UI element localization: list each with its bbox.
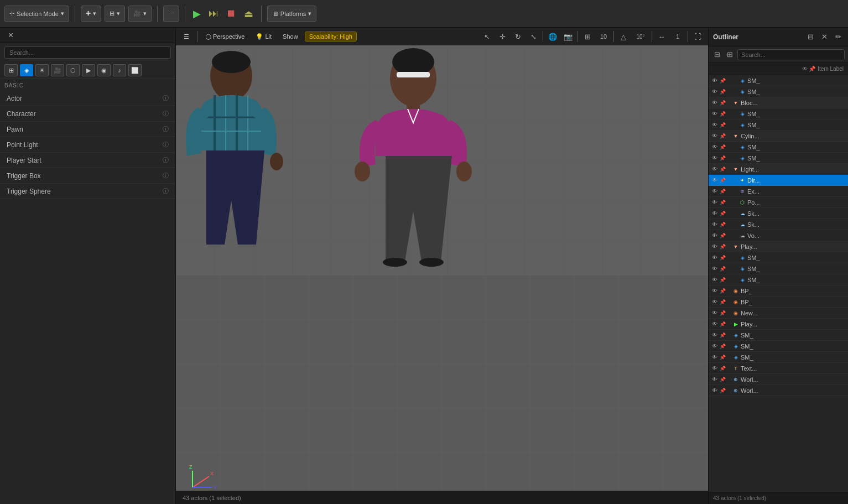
item-pin-icon[interactable]: 📌 — [719, 232, 726, 240]
left-panel-close-button[interactable]: ✕ — [4, 30, 17, 40]
selection-mode-button[interactable]: ⊹ Selection Mode ▾ — [4, 6, 69, 22]
rotation-snap-btn[interactable]: △ — [616, 30, 631, 43]
outliner-item[interactable]: 👁 📌 ▶ Play... — [709, 319, 848, 330]
anim-icon-btn[interactable]: ▶ — [82, 64, 95, 76]
item-visibility-icon[interactable]: 👁 — [711, 199, 719, 206]
grid-size-btn[interactable]: 10 — [596, 30, 611, 43]
outliner-pencil-button[interactable]: ✏ — [833, 32, 844, 42]
item-pin-icon[interactable]: 📌 — [719, 199, 726, 206]
grid-icon-btn[interactable]: ⊞ — [580, 30, 595, 43]
blueprint-icon-btn[interactable]: ◉ — [97, 64, 111, 76]
outliner-filter-button[interactable]: ⊟ — [805, 32, 816, 42]
item-visibility-icon[interactable]: 👁 — [711, 221, 719, 228]
list-item-triggersphere[interactable]: Trigger Sphere ⓘ — [0, 184, 175, 199]
outliner-item[interactable]: 👁 📌 ◈ SM_ — [709, 153, 848, 164]
outliner-item[interactable]: 👁 📌 ◉ BP_ — [709, 285, 848, 297]
camera-icon-btn-vp[interactable]: 📷 — [561, 30, 575, 43]
group-expand-icon[interactable] — [726, 99, 732, 107]
outliner-sort-button[interactable]: ⊟ — [712, 49, 722, 60]
item-visibility-icon[interactable]: 👁 — [711, 276, 719, 284]
item-pin-icon[interactable]: 📌 — [719, 188, 726, 195]
item-visibility-icon[interactable]: 👁 — [711, 309, 719, 317]
item-pin-icon[interactable]: 📌 — [719, 365, 726, 372]
play-button[interactable]: ▶ — [191, 8, 203, 20]
outliner-search-input[interactable] — [737, 49, 845, 60]
triggersphere-info-btn[interactable]: ⓘ — [163, 187, 169, 195]
lit-button[interactable]: 💡 Lit — [251, 32, 276, 42]
item-visibility-icon[interactable]: 👁 — [711, 143, 719, 151]
item-pin-icon[interactable]: 📌 — [719, 331, 726, 339]
outliner-item[interactable]: 👁 📌 ◈ SM_ — [709, 86, 848, 97]
item-visibility-icon[interactable]: 👁 — [711, 232, 719, 240]
group-expand-icon[interactable] — [726, 243, 732, 251]
outliner-item[interactable]: 👁 📌 ◉ BP_ — [709, 297, 848, 308]
outliner-item[interactable]: 👁 📌 ◉ New... — [709, 308, 848, 319]
item-pin-icon[interactable]: 📌 — [719, 320, 726, 328]
outliner-item[interactable]: 👁 📌 ◈ SM_ — [709, 341, 848, 352]
item-pin-icon[interactable]: 📌 — [719, 143, 726, 151]
stop-button[interactable]: ⏹ — [224, 8, 238, 19]
camera-icon-btn[interactable]: 🎥 — [51, 64, 64, 76]
outliner-item[interactable]: 👁 📌 ☁ Vo... — [709, 230, 848, 241]
perspective-button[interactable]: ⬡ Perspective — [201, 31, 249, 43]
item-pin-icon[interactable]: 📌 — [719, 77, 726, 85]
group-expand-icon[interactable] — [726, 132, 732, 140]
list-item-triggerbox[interactable]: Trigger Box ⓘ — [0, 168, 175, 184]
playerstart-info-btn[interactable]: ⓘ — [163, 156, 169, 164]
advance-frame-button[interactable]: ⏭ — [206, 8, 221, 19]
outliner-item[interactable]: 👁 📌 ◈ SM_ — [709, 263, 848, 274]
left-panel-search[interactable] — [4, 46, 171, 59]
outliner-item[interactable]: 👁 📌 ◈ SM_ — [709, 352, 848, 363]
rotate-icon-btn[interactable]: ↻ — [511, 30, 525, 43]
item-visibility-icon[interactable]: 👁 — [711, 210, 719, 217]
outliner-item[interactable]: 👁 📌 ▼ Cylin... — [709, 131, 848, 142]
outliner-item[interactable]: 👁 📌 ☁ Sk... — [709, 208, 848, 219]
outliner-item[interactable]: 👁 📌 T Text... — [709, 363, 848, 374]
item-visibility-icon[interactable]: 👁 — [711, 376, 719, 383]
add-actor-button[interactable]: ✚ ▾ — [81, 6, 101, 22]
outliner-item[interactable]: 👁 📌 ◈ SM_ — [709, 108, 848, 119]
item-pin-icon[interactable]: 📌 — [719, 298, 726, 306]
rotation-size-btn[interactable]: 10° — [632, 30, 649, 43]
camera-settings-button[interactable]: 🎥 ▾ — [128, 6, 152, 22]
scale-snap-btn[interactable]: ↔ — [654, 30, 669, 43]
more-options-button[interactable]: ⋯ — [163, 6, 179, 22]
item-visibility-icon[interactable]: 👁 — [711, 176, 719, 184]
platforms-button[interactable]: 🖥 Platforms ▾ — [267, 6, 316, 22]
scale-icon-btn[interactable]: ⤡ — [526, 30, 540, 43]
list-item-playerstart[interactable]: Player Start ⓘ — [0, 153, 175, 168]
item-pin-icon[interactable]: 📌 — [719, 165, 726, 173]
fullscreen-btn[interactable]: ⛶ — [690, 30, 705, 43]
item-visibility-icon[interactable]: 👁 — [711, 132, 719, 140]
item-visibility-icon[interactable]: 👁 — [711, 121, 719, 129]
item-pin-icon[interactable]: 📌 — [719, 309, 726, 317]
item-visibility-icon[interactable]: 👁 — [711, 365, 719, 372]
triggerbox-info-btn[interactable]: ⓘ — [163, 172, 169, 180]
list-item-pawn[interactable]: Pawn ⓘ — [0, 122, 175, 137]
item-visibility-icon[interactable]: 👁 — [711, 331, 719, 339]
outliner-filter2-button[interactable]: ⊞ — [725, 49, 735, 60]
select-mode-icon-btn[interactable]: ↖ — [480, 30, 494, 43]
outliner-item[interactable]: 👁 📌 ◈ SM_ — [709, 274, 848, 285]
light-icon-btn[interactable]: ☀ — [35, 64, 49, 76]
outliner-item[interactable]: 👁 📌 ☁ Sk... — [709, 219, 848, 230]
item-visibility-icon[interactable]: 👁 — [711, 254, 719, 262]
outliner-item[interactable]: 👁 📌 ≋ Ex... — [709, 186, 848, 197]
outliner-item[interactable]: 👁 📌 ▼ Play... — [709, 241, 848, 252]
item-visibility-icon[interactable]: 👁 — [711, 354, 719, 361]
outliner-item[interactable]: 👁 📌 ◈ SM_ — [709, 252, 848, 263]
viewport-menu-button[interactable]: ☰ — [179, 32, 194, 42]
outliner-item[interactable]: 👁 📌 ⬡ Po... — [709, 197, 848, 208]
item-pin-icon[interactable]: 📌 — [719, 99, 726, 107]
viewport[interactable]: ☰ ⬡ Perspective 💡 Lit Show Scalability: … — [176, 28, 708, 504]
pawn-info-btn[interactable]: ⓘ — [163, 125, 169, 133]
outliner-item[interactable]: 👁 📌 ▼ Bloc... — [709, 97, 848, 108]
item-pin-icon[interactable]: 📌 — [719, 376, 726, 383]
outliner-item[interactable]: 👁 📌 ⊕ Worl... — [709, 374, 848, 385]
outliner-item[interactable]: 👁 📌 ◈ SM_ — [709, 75, 848, 86]
scale-size-btn[interactable]: 1 — [670, 30, 685, 43]
list-item-character[interactable]: Character ⓘ — [0, 106, 175, 122]
outliner-item[interactable]: 👁 📌 ⊕ Worl... — [709, 385, 848, 396]
list-item-actor[interactable]: Actor ⓘ — [0, 91, 175, 106]
item-visibility-icon[interactable]: 👁 — [711, 265, 719, 273]
